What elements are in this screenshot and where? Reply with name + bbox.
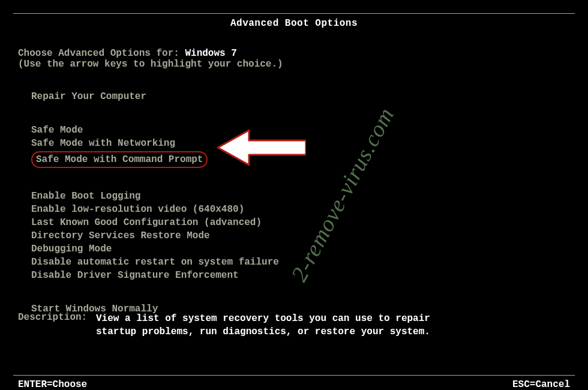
intro-prefix: Choose Advanced Options for: <box>18 48 185 59</box>
description-text: View a list of system recovery tools you… <box>96 312 432 338</box>
menu-item[interactable]: Disable Driver Signature Enforcement <box>31 269 239 282</box>
menu-item[interactable]: Repair Your Computer <box>31 90 146 103</box>
menu-item[interactable]: Debugging Mode <box>31 242 112 256</box>
description-label: Description: <box>18 312 96 338</box>
intro-line: Choose Advanced Options for: Windows 7 <box>18 48 570 59</box>
menu-item[interactable]: Enable low-resolution video (640x480) <box>31 203 244 216</box>
menu-group: Repair Your Computer <box>31 90 570 103</box>
menu-item[interactable]: Enable Boot Logging <box>31 190 140 203</box>
intro-help: (Use the arrow keys to highlight your ch… <box>18 59 570 70</box>
hint-enter: ENTER=Choose <box>18 379 87 390</box>
description-block: Description: View a list of system recov… <box>18 312 570 338</box>
os-name: Windows 7 <box>185 48 236 59</box>
boot-menu: Choose Advanced Options for: Windows 7 (… <box>18 48 570 316</box>
menu-group: Enable Boot LoggingEnable low-resolution… <box>31 190 570 282</box>
menu-item[interactable]: Disable automatic restart on system fail… <box>31 256 279 269</box>
menu-item[interactable]: Directory Services Restore Mode <box>31 229 210 242</box>
page-title: Advanced Boot Options <box>0 18 588 29</box>
divider-top <box>13 13 575 14</box>
divider-bottom <box>13 375 575 376</box>
menu-item-highlighted[interactable]: Safe Mode with Command Prompt <box>31 151 208 168</box>
menu-item[interactable]: Safe Mode with Networking <box>31 137 175 150</box>
footer-hints: ENTER=Choose ESC=Cancel <box>18 379 570 390</box>
menu-group: Safe ModeSafe Mode with NetworkingSafe M… <box>31 124 570 169</box>
hint-escape: ESC=Cancel <box>512 379 570 390</box>
menu-item[interactable]: Last Known Good Configuration (advanced) <box>31 216 262 229</box>
menu-item[interactable]: Safe Mode <box>31 124 83 137</box>
